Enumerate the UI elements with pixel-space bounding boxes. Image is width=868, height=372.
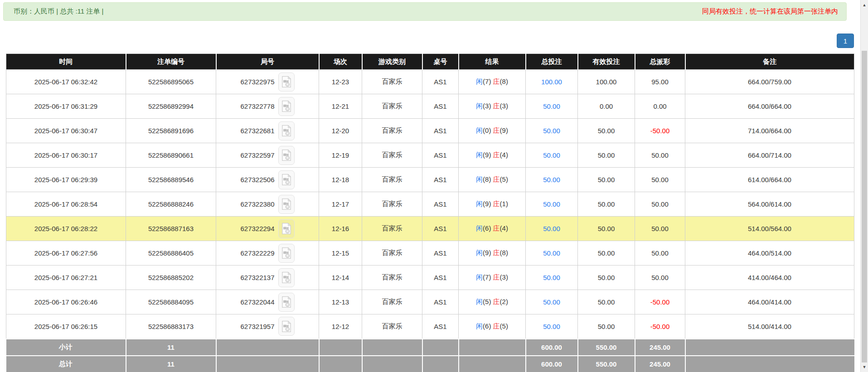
player-result-label: 闲 — [476, 298, 483, 305]
player-result-label: 闲 — [476, 151, 483, 159]
total-bet-link[interactable]: 50.00 — [543, 274, 560, 281]
player-result-score: (0) — [483, 126, 491, 134]
video-replay-button[interactable] — [278, 293, 295, 312]
total-bet-link[interactable]: 50.00 — [543, 225, 560, 232]
cell-bet-no: 522586892994 — [126, 94, 216, 119]
bet-records-page: 币别：人民币 | 总共 :11 注单 | 同局有效投注，统一计算在该局第一张注单… — [0, 0, 868, 372]
total-bet-link[interactable]: 100.00 — [541, 78, 562, 86]
cell-payout: 95.00 — [635, 70, 685, 94]
cell-payout: -50.00 — [635, 314, 685, 339]
video-replay-button[interactable] — [278, 146, 295, 165]
cell-game-type: 百家乐 — [362, 266, 422, 290]
round-no-text: 627322681 — [240, 127, 274, 135]
empty — [362, 339, 422, 356]
scrollbar-thumb[interactable] — [862, 51, 867, 362]
banker-result-score: (3) — [500, 102, 508, 110]
cell-round-no: 627322597 — [216, 143, 319, 168]
cell-table-no: AS1 — [422, 217, 459, 241]
total-label: 小计 — [6, 339, 126, 356]
valid-bet-sum: 550.00 — [578, 356, 635, 372]
banker-result-score: (9) — [500, 126, 508, 134]
payout-sum: 245.00 — [635, 339, 685, 356]
cell-remark: 514.00/414.00 — [685, 314, 854, 339]
cell-session: 12-16 — [319, 217, 362, 241]
video-replay-button[interactable] — [278, 244, 295, 263]
player-result-label: 闲 — [476, 224, 483, 232]
cell-session: 12-12 — [319, 314, 362, 339]
video-replay-button[interactable] — [278, 170, 295, 189]
video-replay-button[interactable] — [278, 219, 295, 238]
cell-time: 2025-06-17 06:30:17 — [6, 143, 126, 168]
total-bet-link[interactable]: 50.00 — [543, 151, 560, 159]
table-row: 2025-06-17 06:31:29 522586892994 6273227… — [6, 94, 854, 119]
banker-result-label: 庄 — [493, 77, 500, 85]
cell-session: 12-20 — [319, 119, 362, 143]
round-no-text: 627322975 — [240, 78, 274, 86]
banker-result-score: (8) — [500, 77, 508, 85]
table-row: 2025-06-17 06:28:54 522586888246 6273223… — [6, 192, 854, 217]
vertical-scrollbar[interactable]: ▲ ▼ — [860, 0, 868, 372]
round-no-text: 627321957 — [240, 323, 274, 330]
round-no-text: 627322294 — [240, 225, 274, 232]
cell-game-type: 百家乐 — [362, 94, 422, 119]
cell-round-no: 627322506 — [216, 168, 319, 192]
cell-total-bet: 100.00 — [526, 70, 578, 94]
video-file-icon — [281, 271, 291, 284]
video-replay-button[interactable] — [278, 72, 295, 92]
cell-result: 闲(9) 庄(4) — [459, 143, 526, 168]
cell-table-no: AS1 — [422, 192, 459, 217]
video-file-icon — [281, 100, 291, 112]
video-file-icon — [281, 125, 291, 137]
total-bet-link[interactable]: 50.00 — [543, 102, 560, 110]
total-bet-link[interactable]: 50.00 — [543, 298, 560, 306]
cell-table-no: AS1 — [422, 70, 459, 94]
column-header-payout: 总派彩 — [635, 54, 685, 70]
cell-payout: 0.00 — [635, 94, 685, 119]
empty — [685, 339, 854, 356]
round-no-text: 627322137 — [240, 274, 274, 281]
table-row: 2025-06-17 06:28:22 522586887163 6273222… — [6, 217, 854, 241]
total-bet-link[interactable]: 50.00 — [543, 176, 560, 184]
player-result-label: 闲 — [476, 273, 483, 281]
cell-time: 2025-06-17 06:27:56 — [6, 241, 126, 266]
cell-bet-no: 522586890661 — [126, 143, 216, 168]
cell-valid-bet: 50.00 — [578, 217, 635, 241]
cell-total-bet: 50.00 — [526, 217, 578, 241]
table-row: 2025-06-17 06:27:21 522586885202 6273221… — [6, 266, 854, 290]
cell-result: 闲(8) 庄(5) — [459, 168, 526, 192]
cell-payout: 50.00 — [635, 192, 685, 217]
cell-result: 闲(7) 庄(8) — [459, 70, 526, 94]
cell-bet-no: 522586895065 — [126, 70, 216, 94]
pagination-page-1-button[interactable]: 1 — [837, 34, 854, 48]
cell-round-no: 627322229 — [216, 241, 319, 266]
cell-total-bet: 50.00 — [526, 192, 578, 217]
total-label: 总计 — [6, 356, 126, 372]
cell-payout: 50.00 — [635, 143, 685, 168]
video-file-icon — [281, 296, 291, 308]
cell-payout: 50.00 — [635, 217, 685, 241]
video-replay-button[interactable] — [278, 195, 295, 214]
cell-bet-no: 522586884095 — [126, 290, 216, 314]
column-header-table-no: 桌号 — [422, 54, 459, 70]
cell-game-type: 百家乐 — [362, 290, 422, 314]
video-replay-button[interactable] — [278, 97, 295, 116]
total-bet-link[interactable]: 50.00 — [543, 127, 560, 135]
cell-total-bet: 50.00 — [526, 94, 578, 119]
cell-time: 2025-06-17 06:29:39 — [6, 168, 126, 192]
total-bet-link[interactable]: 50.00 — [543, 200, 560, 208]
total-bet-link[interactable]: 50.00 — [543, 249, 560, 257]
player-result-score: (8) — [483, 175, 491, 183]
scrollbar-up-arrow-icon[interactable]: ▲ — [861, 1, 868, 9]
banker-result-score: (3) — [500, 273, 508, 281]
total-bet-link[interactable]: 50.00 — [543, 323, 560, 330]
video-replay-button[interactable] — [278, 268, 295, 287]
video-replay-button[interactable] — [278, 317, 295, 336]
cell-result: 闲(3) 庄(3) — [459, 94, 526, 119]
video-replay-button[interactable] — [278, 121, 295, 140]
cell-valid-bet: 0.00 — [578, 94, 635, 119]
banker-result-score: (8) — [500, 249, 508, 256]
player-result-label: 闲 — [476, 77, 483, 85]
player-result-score: (7) — [483, 273, 491, 281]
table-row: 2025-06-17 06:26:46 522586884095 6273220… — [6, 290, 854, 314]
scrollbar-down-arrow-icon[interactable]: ▼ — [861, 363, 868, 371]
